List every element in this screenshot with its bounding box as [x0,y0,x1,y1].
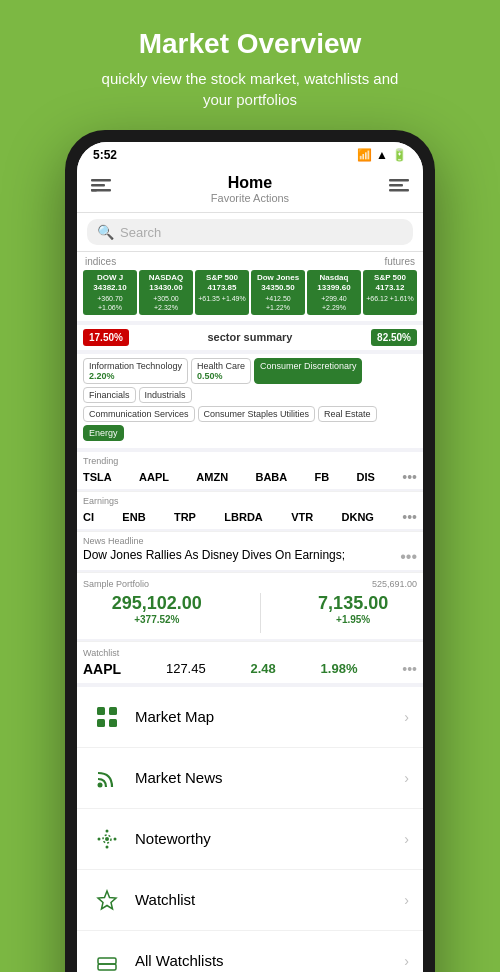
trending-more-icon[interactable]: ••• [402,469,417,485]
stock-cell-2[interactable]: S&P 5004173.85+61.35 +1.49% [195,270,249,315]
trending-item-0[interactable]: TSLA [83,471,112,483]
svg-rect-6 [389,189,409,192]
news-headline[interactable]: Dow Jones Rallies As Disney Dives On Ear… [83,548,417,566]
earnings-item-4[interactable]: VTR [291,511,313,523]
sector-industrials[interactable]: Industrials [139,387,192,403]
watchlist-price: 127.45 [166,661,206,676]
portfolio-col-1: 295,102.00 +377.52% [112,593,202,625]
all-watchlists-icon [91,945,123,972]
search-bar: 🔍 Search [77,213,423,252]
svg-point-17 [114,837,117,840]
svg-rect-7 [97,707,105,715]
menu-label-noteworthy: Noteworthy [135,830,404,847]
menu-chevron-market-map: › [404,709,409,725]
stock-cell-3[interactable]: Dow Jones34350.50+412.50 +1.22% [251,270,305,315]
sector-comm-services[interactable]: Communication Services [83,406,195,422]
nav-title-main: Home [211,174,289,192]
portfolio-label-text: Sample Portfolio [83,579,149,589]
search-placeholder: Search [120,225,161,240]
market-map-icon [91,701,123,733]
earnings-item-3[interactable]: LBRDA [224,511,263,523]
status-icons: 📶 ▲ 🔋 [357,148,407,162]
noteworthy-icon [91,823,123,855]
svg-marker-18 [98,891,116,909]
svg-rect-3 [91,189,97,192]
svg-point-14 [106,829,109,832]
trending-items: TSLAAAPLAMZNBABAFBDIS••• [83,469,417,485]
stock-cell-5[interactable]: S&P 5004173.12+66.12 +1.61% [363,270,417,315]
app-title: Market Overview [102,28,399,60]
trending-item-3[interactable]: BABA [255,471,287,483]
portfolio-total: 525,691.00 [372,579,417,589]
svg-point-11 [98,782,103,787]
stock-cell-1[interactable]: NASDAQ13430.00+305.00 +2.32% [139,270,193,315]
nav-title: Home Favorite Actions [211,174,289,204]
sector-consumer-staples[interactable]: Consumer Staples Utilities [198,406,316,422]
trending-item-5[interactable]: DIS [357,471,375,483]
menu-item-noteworthy[interactable]: Noteworthy › [77,809,423,870]
watchlist-change: 2.48 [250,661,275,676]
watchlist-pct: 1.98% [321,661,358,676]
svg-rect-8 [109,707,117,715]
trending-label: Trending [83,456,417,466]
menu-label-all-watchlists: All Watchlists [135,952,404,969]
nav-title-sub: Favorite Actions [211,192,289,204]
nav-left-icon[interactable] [91,179,111,200]
menu-item-market-news[interactable]: Market News › [77,748,423,809]
earnings-item-0[interactable]: CI [83,511,94,523]
watchlist-icon [91,884,123,916]
sector-green-pct: 82.50% [371,329,417,346]
labels-row: indices futures [83,256,417,270]
nav-right-icon[interactable] [389,179,409,200]
watchlist-ticker: AAPL [83,661,121,677]
wifi-icon: 📶 [357,148,372,162]
status-bar: 5:52 📶 ▲ 🔋 [77,142,423,168]
trending-item-4[interactable]: FB [315,471,330,483]
stock-cell-4[interactable]: Nasdaq13399.60+299.40 +2.29% [307,270,361,315]
app-header: Market Overview quickly view the stock m… [82,0,419,130]
earnings-item-5[interactable]: DKNG [342,511,374,523]
news-label: News Headline [83,536,417,546]
search-input[interactable]: 🔍 Search [87,219,413,245]
portfolio-change-2: +1.95% [318,614,388,625]
svg-rect-9 [97,719,105,727]
app-subtitle: quickly view the stock market, watchlist… [102,68,399,110]
portfolio-col-2: 7,135.00 +1.95% [318,593,388,625]
earnings-item-1[interactable]: ENB [122,511,145,523]
earnings-item-2[interactable]: TRP [174,511,196,523]
status-time: 5:52 [93,148,117,162]
sector-real-estate[interactable]: Real Estate [318,406,377,422]
stock-cell-0[interactable]: DOW J34382.10+360.70 +1.06% [83,270,137,315]
watchlist-label: Watchlist [83,648,417,658]
earnings-more-icon[interactable]: ••• [402,509,417,525]
watchlist-more-icon[interactable]: ••• [402,661,417,677]
sector-financials[interactable]: Financials [83,387,136,403]
portfolio-value-1: 295,102.00 [112,593,202,614]
news-more-icon[interactable]: ••• [400,548,417,566]
svg-rect-5 [389,184,403,187]
svg-point-13 [105,837,109,841]
indices-label: indices [85,256,116,267]
svg-rect-0 [91,179,111,182]
menu-item-all-watchlists[interactable]: All Watchlists › [77,931,423,972]
menu-label-market-news: Market News [135,769,404,786]
portfolio-divider [260,593,261,633]
sector-health-care[interactable]: Health Care0.50% [191,358,251,384]
sector-energy[interactable]: Energy [83,425,124,441]
watchlist-row[interactable]: AAPL 127.45 2.48 1.98% ••• [83,661,417,677]
news-section: News Headline Dow Jones Rallies As Disne… [77,531,423,570]
watchlist-section: Watchlist AAPL 127.45 2.48 1.98% ••• [77,641,423,683]
trending-item-2[interactable]: AMZN [196,471,228,483]
news-headline-text: Dow Jones Rallies As Disney Dives On Ear… [83,548,345,566]
menu-item-market-map[interactable]: Market Map › [77,687,423,748]
menu-chevron-market-news: › [404,770,409,786]
svg-rect-4 [389,179,409,182]
sector-info-tech[interactable]: Information Technology2.20% [83,358,188,384]
portfolio-change-1: +377.52% [112,614,202,625]
stock-grid: DOW J34382.10+360.70 +1.06%NASDAQ13430.0… [83,270,417,315]
menu-item-watchlist[interactable]: Watchlist › [77,870,423,931]
trending-item-1[interactable]: AAPL [139,471,169,483]
earnings-items: CIENBTRPLBRDAVTRDKNG••• [83,509,417,525]
svg-rect-20 [98,958,116,964]
sector-consumer-disc[interactable]: Consumer Discretionary [254,358,363,384]
